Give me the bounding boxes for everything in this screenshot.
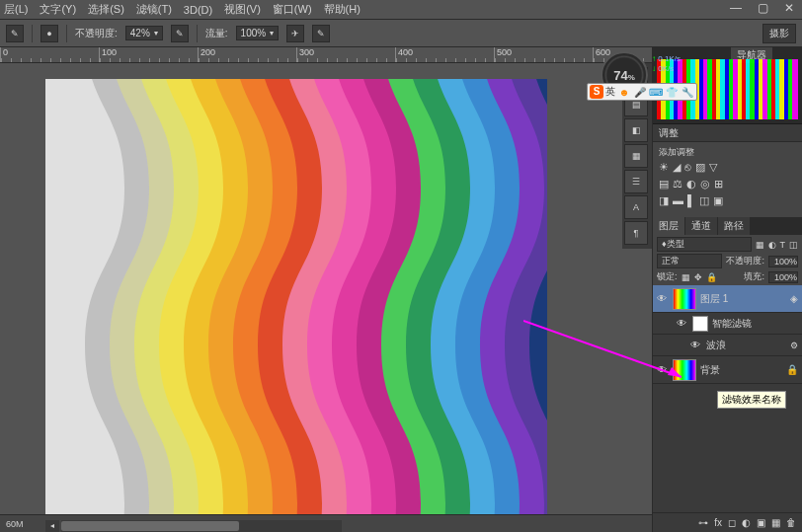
airbrush-icon[interactable]: ✈ <box>286 25 304 42</box>
selective-icon[interactable]: ▣ <box>713 194 723 207</box>
visibility-icon[interactable]: 👁 <box>677 318 688 329</box>
layers-tab[interactable]: 图层 <box>653 217 684 235</box>
workspace-button[interactable]: 摄影 <box>762 24 796 43</box>
layer-row[interactable]: 👁 背景 🔒 <box>653 356 802 384</box>
invert-icon[interactable]: ◨ <box>659 194 669 207</box>
lock-icon: 🔒 <box>786 364 798 375</box>
threshold-icon[interactable]: ▌ <box>687 194 695 207</box>
flow-dropdown[interactable]: 100% <box>236 26 280 40</box>
lock-position-icon[interactable]: ✥ <box>694 272 702 282</box>
zoom-level[interactable]: 60M <box>6 519 24 529</box>
menu-help[interactable]: 帮助(H) <box>324 2 361 17</box>
visibility-icon[interactable]: 👁 <box>657 293 669 304</box>
scrollbar-track[interactable] <box>61 520 342 532</box>
layer-row[interactable]: 👁 图层 1 ◈ <box>653 285 802 313</box>
layer-thumbnail[interactable] <box>673 359 696 381</box>
minimize-button[interactable]: — <box>726 1 746 15</box>
filter-shape-icon[interactable]: ◫ <box>789 240 798 250</box>
visibility-icon[interactable]: 👁 <box>657 364 669 375</box>
channelmixer-icon[interactable]: ⊞ <box>714 178 723 190</box>
ime-skin-icon[interactable]: 👕 <box>665 85 679 99</box>
character-icon[interactable]: A <box>624 195 648 219</box>
menu-filter[interactable]: 滤镜(T) <box>136 2 172 17</box>
filter-type-icon[interactable]: T <box>780 240 786 250</box>
gradient-icon[interactable]: ◫ <box>699 194 709 207</box>
fill-input[interactable] <box>768 271 798 283</box>
layers-controls: ♦类型 ▦ ◐ T ◫ 正常 不透明度: 锁定: ▦ ✥ 🔒 填充: <box>653 235 802 285</box>
posterize-icon[interactable]: ▬ <box>673 194 683 207</box>
visibility-icon[interactable]: 👁 <box>690 340 702 350</box>
lock-all-icon[interactable]: 🔒 <box>706 272 717 282</box>
ruler-tick: 500 <box>494 47 593 62</box>
layer-name[interactable]: 图层 1 <box>700 292 728 306</box>
menu-3d[interactable]: 3D(D) <box>184 4 212 16</box>
sogou-logo-icon[interactable]: S <box>590 85 603 99</box>
menu-type[interactable]: 文字(Y) <box>40 2 76 17</box>
exposure-icon[interactable]: ▨ <box>695 161 705 174</box>
layer-opacity-input[interactable] <box>768 256 798 267</box>
layer-style-icon[interactable]: fx <box>714 517 722 528</box>
brush-preset-icon[interactable]: ● <box>40 25 58 42</box>
levels-icon[interactable]: ◢ <box>673 161 681 174</box>
opacity-dropdown[interactable]: 42% <box>125 26 163 40</box>
blend-mode-dropdown[interactable]: 正常 <box>657 254 722 268</box>
menu-bar: 层(L) 文字(Y) 选择(S) 滤镜(T) 3D(D) 视图(V) 窗口(W)… <box>0 0 802 20</box>
adjustments-header[interactable]: 调整 <box>653 124 802 142</box>
layer-name[interactable]: 背景 <box>700 363 720 377</box>
bw-icon[interactable]: ◐ <box>686 178 696 190</box>
photofilter-icon[interactable]: ◎ <box>700 178 710 190</box>
group-icon[interactable]: ▣ <box>757 517 765 528</box>
pressure-opacity-icon[interactable]: ✎ <box>171 25 189 42</box>
layer-row[interactable]: 👁 智能滤镜 <box>653 313 802 335</box>
tool-preset-icon[interactable]: ✎ <box>6 25 24 42</box>
color-icon[interactable]: ◧ <box>624 118 648 142</box>
menu-layer[interactable]: 层(L) <box>4 2 28 17</box>
brightness-icon[interactable]: ☀ <box>659 161 669 174</box>
lock-pixels-icon[interactable]: ▦ <box>682 272 690 282</box>
link-layers-icon[interactable]: ⊶ <box>698 517 708 528</box>
layers-footer: ⊶ fx ◻ ◐ ▣ ▦ 🗑 <box>653 512 802 532</box>
scroll-left-icon[interactable]: ◂ <box>45 520 59 532</box>
menu-window[interactable]: 窗口(W) <box>273 2 312 17</box>
maximize-button[interactable]: ▢ <box>754 1 772 15</box>
ime-emoji-icon[interactable]: ☻ <box>617 85 631 99</box>
layers-tabs: 图层 通道 路径 <box>653 217 802 235</box>
adjustment-layer-icon[interactable]: ◐ <box>742 517 751 528</box>
pressure-size-icon[interactable]: ✎ <box>312 25 330 42</box>
filter-options-icon[interactable]: ⚙ <box>790 341 798 350</box>
libraries-icon[interactable]: ☰ <box>624 170 648 193</box>
ime-voice-icon[interactable]: 🎤 <box>633 85 647 99</box>
scrollbar-thumb[interactable] <box>61 521 239 531</box>
swatches-icon[interactable]: ▦ <box>624 144 648 168</box>
delete-layer-icon[interactable]: 🗑 <box>786 517 796 528</box>
horizontal-scrollbar[interactable]: ◂ <box>45 520 342 532</box>
menu-select[interactable]: 选择(S) <box>88 2 124 17</box>
filter-pixel-icon[interactable]: ▦ <box>756 240 764 250</box>
filter-adj-icon[interactable]: ◐ <box>768 240 776 250</box>
menu-view[interactable]: 视图(V) <box>224 2 261 17</box>
ime-language[interactable]: 英 <box>605 85 615 99</box>
paragraph-icon[interactable]: ¶ <box>624 221 648 245</box>
huesat-icon[interactable]: ▤ <box>659 178 669 190</box>
curves-icon[interactable]: ⎋ <box>684 161 691 174</box>
layer-opacity-label: 不透明度: <box>726 255 764 267</box>
colorbalance-icon[interactable]: ⚖ <box>673 178 682 190</box>
layer-thumbnail[interactable] <box>673 288 696 310</box>
filter-mask-thumbnail[interactable] <box>692 316 708 332</box>
filter-effect-name[interactable]: 波浪 <box>706 339 726 352</box>
ruler-tick: 200 <box>198 47 296 62</box>
document-canvas[interactable] <box>45 79 547 521</box>
channels-tab[interactable]: 通道 <box>685 217 717 235</box>
ime-keyboard-icon[interactable]: ⌨ <box>649 85 663 99</box>
layer-filter-dropdown[interactable]: ♦类型 <box>657 237 752 252</box>
layer-mask-icon[interactable]: ◻ <box>728 517 736 528</box>
layer-row[interactable]: 👁 波浪 ⚙ <box>653 335 802 356</box>
paths-tab[interactable]: 路径 <box>718 217 750 235</box>
close-button[interactable]: ✕ <box>780 1 798 15</box>
ime-tool-icon[interactable]: 🔧 <box>681 85 694 99</box>
options-bar: ✎ ● 不透明度: 42% ✎ 流量: 100% ✈ ✎ <box>0 20 802 47</box>
ime-toolbar[interactable]: S 英 ☻ 🎤 ⌨ 👕 🔧 <box>587 83 697 101</box>
tooltip: 滤镜效果名称 <box>717 391 786 409</box>
new-layer-icon[interactable]: ▦ <box>771 517 780 528</box>
vibrance-icon[interactable]: ▽ <box>709 161 717 174</box>
